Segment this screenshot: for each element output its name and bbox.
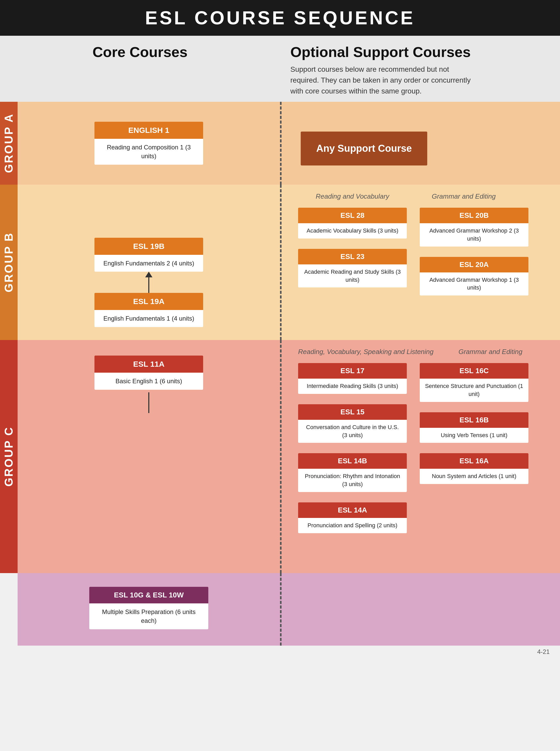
english1-title: ENGLISH 1 <box>95 122 203 139</box>
group-b-core: ESL 19B English Fundamentals 2 (4 units)… <box>18 185 280 340</box>
group-b-core-stack: ESL 19B English Fundamentals 2 (4 units)… <box>92 235 206 330</box>
esl23-box: ESL 23 Academic Reading and Study Skills… <box>298 249 407 288</box>
group-b-row: GROUP B ESL 19B English Fundamentals 2 (… <box>0 185 560 340</box>
esl14b-box: ESL 14B Pronunciation: Rhythm and Intona… <box>298 453 407 492</box>
page-header: ESL COURSE SEQUENCE <box>0 0 560 36</box>
group-a-core: ENGLISH 1 Reading and Composition 1 (3 u… <box>18 102 280 185</box>
esl28-box: ESL 28 Academic Vocabulary Skills (3 uni… <box>298 208 407 238</box>
arrow-head-b <box>145 272 153 277</box>
esl28-desc: Academic Vocabulary Skills (3 units) <box>298 223 407 238</box>
group-b-label: GROUP B <box>0 185 18 340</box>
group-b-cat2: Grammar and Editing <box>415 192 513 200</box>
group-d-body: ESL 10G & ESL 10W Multiple Skills Prepar… <box>18 573 560 646</box>
group-c-label: GROUP C <box>0 340 18 573</box>
group-b-support-grid: ESL 28 Academic Vocabulary Skills (3 uni… <box>296 205 552 298</box>
column-headers: Core Courses Optional Support Courses Su… <box>0 36 560 102</box>
esl28-title: ESL 28 <box>298 208 407 223</box>
arrow-line-c <box>148 392 149 413</box>
group-b-cat1: Reading and Vocabulary <box>298 192 407 200</box>
esl20a-desc: Advanced Grammar Workshop 1 (3 units) <box>420 272 528 296</box>
esl10-desc: Multiple Skills Preparation (6 units eac… <box>89 603 208 629</box>
esl20a-title: ESL 20A <box>420 257 528 272</box>
esl20b-desc: Advanced Grammar Workshop 2 (3 units) <box>420 223 528 247</box>
group-c-row: GROUP C ESL 11A Basic English 1 (6 units… <box>0 340 560 573</box>
group-d-arrow-container: ESL 10G & ESL 10W Multiple Skills Prepar… <box>87 587 211 632</box>
main-content: GROUP A ENGLISH 1 Reading and Compositio… <box>0 102 560 646</box>
esl16b-title: ESL 16B <box>420 412 528 428</box>
dashed-divider-a <box>280 102 282 185</box>
any-support-box: Any Support Course <box>301 132 427 166</box>
group-c-support-col2: ESL 16C Sentence Structure and Punctuati… <box>417 361 531 487</box>
page-title: ESL COURSE SEQUENCE <box>0 7 560 28</box>
esl19a-title: ESL 19A <box>95 293 203 310</box>
esl19b-desc: English Fundamentals 2 (4 units) <box>95 255 203 272</box>
esl11a-title: ESL 11A <box>95 355 203 373</box>
group-c-support: Reading, Vocabulary, Speaking and Listen… <box>280 340 560 573</box>
dashed-divider-b <box>280 185 282 340</box>
esl15-desc: Conversation and Culture in the U.S. (3 … <box>298 420 407 443</box>
esl17-box: ESL 17 Intermediate Reading Skills (3 un… <box>298 363 407 394</box>
english1-box: ENGLISH 1 Reading and Composition 1 (3 u… <box>95 122 203 165</box>
esl14a-box: ESL 14A Pronunciation and Spelling (2 un… <box>298 502 407 533</box>
group-c-support-col1: ESL 17 Intermediate Reading Skills (3 un… <box>296 361 409 536</box>
group-a-label: GROUP A <box>0 102 18 185</box>
esl20b-title: ESL 20B <box>420 208 528 223</box>
group-d-core: ESL 10G & ESL 10W Multiple Skills Prepar… <box>18 573 280 646</box>
esl15-title: ESL 15 <box>298 404 407 420</box>
esl10-box: ESL 10G & ESL 10W Multiple Skills Prepar… <box>89 587 208 629</box>
footer: 4-21 <box>0 646 560 658</box>
group-a-row: GROUP A ENGLISH 1 Reading and Compositio… <box>0 102 560 185</box>
group-c-support-grid: ESL 17 Intermediate Reading Skills (3 un… <box>296 361 552 536</box>
esl23-desc: Academic Reading and Study Skills (3 uni… <box>298 264 407 288</box>
esl23-title: ESL 23 <box>298 249 407 264</box>
esl19a-box: ESL 19A English Fundamentals 1 (4 units) <box>95 293 203 327</box>
group-c-cat1: Reading, Vocabulary, Speaking and Listen… <box>298 348 434 356</box>
arrow-line-b <box>148 277 149 293</box>
dashed-divider-c <box>280 340 282 573</box>
esl16c-title: ESL 16C <box>420 363 528 379</box>
esl11a-desc: Basic English 1 (6 units) <box>95 373 203 390</box>
group-c-body: ESL 11A Basic English 1 (6 units) Readin… <box>18 340 560 573</box>
esl20b-box: ESL 20B Advanced Grammar Workshop 2 (3 u… <box>420 208 528 247</box>
esl11a-box: ESL 11A Basic English 1 (6 units) <box>95 355 203 390</box>
esl16a-title: ESL 16A <box>420 453 528 469</box>
esl20a-box: ESL 20A Advanced Grammar Workshop 1 (3 u… <box>420 257 528 296</box>
esl16a-desc: Noun System and Articles (1 unit) <box>420 469 528 484</box>
dashed-divider-d <box>280 573 282 646</box>
esl15-box: ESL 15 Conversation and Culture in the U… <box>298 404 407 443</box>
esl19b-box: ESL 19B English Fundamentals 2 (4 units) <box>95 238 203 272</box>
esl16b-desc: Using Verb Tenses (1 unit) <box>420 428 528 443</box>
support-label: Optional Support Courses <box>291 43 560 60</box>
page: ESL COURSE SEQUENCE Core Courses Optiona… <box>0 0 560 658</box>
group-b-support-col2: ESL 20B Advanced Grammar Workshop 2 (3 u… <box>417 205 531 298</box>
any-support-label: Any Support Course <box>316 143 412 154</box>
esl14b-title: ESL 14B <box>298 453 407 469</box>
esl19a-desc: English Fundamentals 1 (4 units) <box>95 310 203 327</box>
esl14b-desc: Pronunciation: Rhythm and Intonation (3 … <box>298 469 407 492</box>
esl19b-title: ESL 19B <box>95 238 203 255</box>
esl16c-box: ESL 16C Sentence Structure and Punctuati… <box>420 363 528 402</box>
group-d-row: GROUP D ESL 10G & ESL 10W Multiple Skill… <box>0 573 560 646</box>
footer-version: 4-21 <box>537 648 549 655</box>
group-b-categories: Reading and Vocabulary Grammar and Editi… <box>298 192 552 200</box>
group-c-cat2: Grammar and Editing <box>441 348 540 356</box>
esl14a-desc: Pronunciation and Spelling (2 units) <box>298 518 407 533</box>
group-a-body: ENGLISH 1 Reading and Composition 1 (3 u… <box>18 102 560 185</box>
esl10-title: ESL 10G & ESL 10W <box>89 587 208 603</box>
support-note: Support courses below are recommended bu… <box>291 64 472 97</box>
core-column-header: Core Courses <box>0 43 280 97</box>
esl17-title: ESL 17 <box>298 363 407 379</box>
esl16a-box: ESL 16A Noun System and Articles (1 unit… <box>420 453 528 484</box>
arrow-b <box>145 272 153 293</box>
group-b-body: ESL 19B English Fundamentals 2 (4 units)… <box>18 185 560 340</box>
esl16b-box: ESL 16B Using Verb Tenses (1 unit) <box>420 412 528 443</box>
english1-desc: Reading and Composition 1 (3 units) <box>95 139 203 165</box>
support-column-header: Optional Support Courses Support courses… <box>280 43 560 97</box>
core-label: Core Courses <box>0 43 280 60</box>
group-a-support: Any Support Course <box>280 102 560 185</box>
group-b-support-col1: ESL 28 Academic Vocabulary Skills (3 uni… <box>296 205 409 298</box>
arrow-c <box>148 392 149 413</box>
group-c-categories: Reading, Vocabulary, Speaking and Listen… <box>298 348 552 356</box>
esl17-desc: Intermediate Reading Skills (3 units) <box>298 379 407 394</box>
group-b-support: Reading and Vocabulary Grammar and Editi… <box>280 185 560 340</box>
